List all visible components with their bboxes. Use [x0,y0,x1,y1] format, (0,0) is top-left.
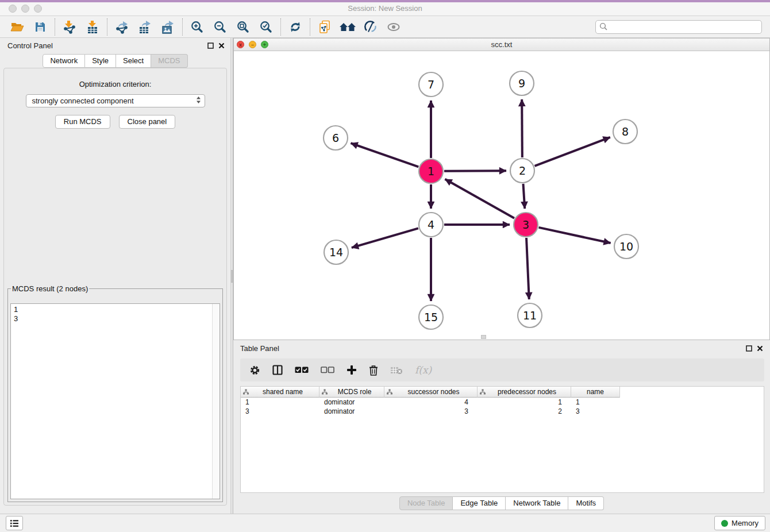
close-table-panel-icon[interactable] [757,345,763,352]
close-panel-button[interactable]: Close panel [119,115,176,129]
table-tab-node-table[interactable]: Node Table [399,496,453,510]
graph-node-14[interactable]: 14 [324,240,348,264]
optimization-criterion-label: Optimization criterion: [4,80,226,88]
graph-edge-3-10[interactable] [538,228,610,243]
graph-node-11[interactable]: 11 [518,303,542,327]
function-builder-button[interactable]: f(x) [415,364,432,376]
unselect-all-columns-button[interactable] [321,367,334,373]
table-cell[interactable]: 2 [478,407,571,416]
task-history-button[interactable] [6,516,23,530]
table-tabs: Node TableEdge TableNetwork TableMotifs [399,496,604,510]
show-columns-button[interactable] [272,365,283,375]
home-button[interactable] [336,17,359,37]
table-row[interactable]: 1dominator411 [241,398,764,407]
zoom-selected-icon [260,21,272,33]
graph-node-3[interactable]: 3 [514,213,538,237]
column-header-name[interactable]: name [571,387,620,398]
zoom-selected-button[interactable] [255,17,278,37]
table-tab-motifs[interactable]: Motifs [568,496,604,510]
clone-network-button[interactable] [313,17,336,37]
table-cell[interactable]: dominator [319,407,384,416]
export-table-button[interactable] [133,17,156,37]
select-all-columns-button[interactable] [295,367,309,373]
table-panel-title: Table Panel [240,344,279,353]
zoom-in-button[interactable] [186,17,209,37]
import-table-button[interactable] [81,17,104,37]
search-input[interactable] [608,22,758,31]
close-panel-icon[interactable] [218,43,225,49]
float-panel-icon[interactable] [207,43,214,49]
table-cell[interactable]: 4 [384,398,478,407]
refresh-view-button[interactable] [284,17,307,37]
table-tab-network-table[interactable]: Network Table [506,496,568,510]
column-type-icon [243,389,249,395]
control-tab-style[interactable]: Style [85,54,116,68]
table-cell[interactable]: dominator [319,398,384,407]
network-window-titlebar[interactable]: x – + scc.txt [234,38,769,51]
mcds-result-scrollbar[interactable] [212,304,220,499]
import-network-button[interactable] [58,17,81,37]
control-panel-tabs: NetworkStyleSelectMCDS [43,54,187,68]
graph-edge-3-1[interactable] [445,179,514,218]
graph-edge-2-8[interactable] [535,137,610,166]
network-canvas[interactable]: 7968124314101511 [234,51,769,340]
graph-edge-4-14[interactable] [352,228,418,248]
export-image-button[interactable] [156,17,179,37]
table-cell[interactable]: 3 [384,407,478,416]
zoom-fit-button[interactable] [232,17,255,37]
node-table-header: shared nameMCDS rolesuccessor nodesprede… [241,387,764,398]
status-bar: Memory [0,514,770,532]
graph-edge-2-9[interactable] [522,99,522,157]
checked-boxes-icon [295,367,309,373]
graph-node-1[interactable]: 1 [419,159,443,183]
graph-edge-1-6[interactable] [351,143,418,167]
canvas-scroll-nub[interactable] [481,335,486,339]
column-header-predecessor-nodes[interactable]: predecessor nodes [478,387,571,398]
zoom-out-button[interactable] [209,17,232,37]
create-column-button[interactable] [346,365,357,375]
graph-node-7[interactable]: 7 [419,72,443,97]
graph-node-2[interactable]: 2 [510,159,534,183]
delete-table-button[interactable] [390,366,403,375]
show-hide-button[interactable] [382,17,405,37]
mcds-result-area[interactable]: 1 3 [10,303,220,499]
graph-node-9[interactable]: 9 [510,71,534,95]
network-window-title: scc.txt [234,40,769,49]
table-cell[interactable]: 3 [571,407,620,416]
open-session-button[interactable] [6,17,29,37]
graph-node-8[interactable]: 8 [613,119,637,144]
table-row[interactable]: 3dominator323 [241,407,764,416]
graph-edge-2-3[interactable] [523,184,525,209]
cyndex-button[interactable] [359,17,382,37]
column-header-successor-nodes[interactable]: successor nodes [384,387,478,398]
graph-edge-1-2[interactable] [444,171,506,171]
graph-node-15[interactable]: 15 [419,305,443,329]
splitter-grip[interactable] [231,270,233,283]
table-cell[interactable]: 1 [571,398,620,407]
delete-table-icon [390,366,403,375]
delete-column-button[interactable] [369,365,378,376]
table-cell[interactable]: 1 [478,398,571,407]
float-table-panel-icon[interactable] [746,345,752,352]
control-tab-network[interactable]: Network [43,54,85,68]
memory-button[interactable]: Memory [714,516,765,530]
graph-node-10[interactable]: 10 [614,234,638,259]
table-cell[interactable]: 1 [241,398,319,407]
graph-node-6[interactable]: 6 [324,126,348,150]
graph-node-4[interactable]: 4 [419,213,443,237]
control-tab-select[interactable]: Select [116,54,151,68]
column-type-icon [322,389,328,395]
control-tab-mcds[interactable]: MCDS [151,54,187,68]
svg-text:6: 6 [332,132,339,144]
column-header-MCDS-role[interactable]: MCDS role [319,387,384,398]
graph-edge-3-11[interactable] [526,238,529,299]
export-network-button[interactable] [110,17,133,37]
table-cell[interactable]: 3 [241,407,319,416]
window-title: Session: New Session [0,4,770,13]
column-header-shared-name[interactable]: shared name [241,387,319,398]
table-settings-button[interactable] [249,365,260,376]
save-session-button[interactable] [29,17,52,37]
optimization-criterion-select[interactable]: strongly connected component [26,94,205,107]
table-tab-edge-table[interactable]: Edge Table [453,496,506,510]
run-mcds-button[interactable]: Run MCDS [55,115,110,129]
